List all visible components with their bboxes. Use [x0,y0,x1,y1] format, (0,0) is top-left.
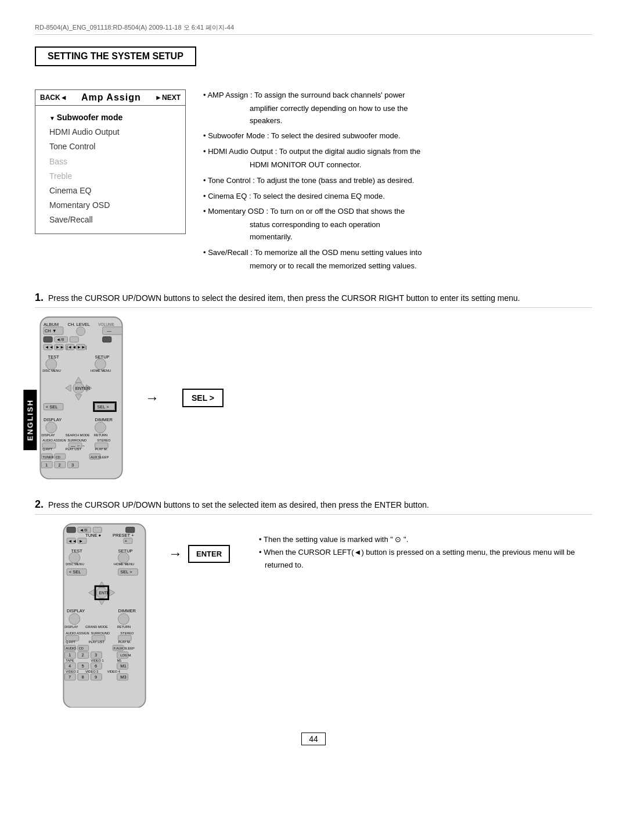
step2-note1: Then the setting value is marked with " … [259,533,592,546]
svg-point-24 [46,359,57,370]
svg-text:DISPLAY: DISPLAY [44,417,62,422]
svg-text:TUNE ●: TUNE ● [85,533,101,538]
desc-momentary-note2: momentarily. [203,231,592,243]
back-button[interactable]: BACK◄ [40,94,67,102]
step1-arrow: → [145,390,159,406]
menu-item-bass[interactable]: Bass [49,155,176,169]
svg-point-42 [95,422,106,433]
menu-box: BACK◄ Amp Assign ►NEXT Subwoofer mode HD… [35,89,186,234]
svg-text:PLAY M.: PLAY M. [118,640,131,644]
page-footer: 44 [35,733,592,745]
step2-text: Press the CURSOR UP/DOWN buttons to set … [48,500,429,509]
svg-text:AUX SLEEP: AUX SLEEP [91,455,109,459]
menu-item-hdmi[interactable]: HDMI Audio Output [49,125,176,139]
svg-text:< SEL: < SEL [46,404,58,410]
svg-text:8: 8 [81,674,84,680]
desc-momentary: Momentary OSD : To turn on or off the OS… [203,206,592,218]
desc-amp-note2: speakers. [203,115,592,127]
svg-point-25 [95,359,106,370]
desc-momentary-note1: status corresponding to each operation [203,219,592,231]
svg-text:M1: M1 [120,663,126,669]
menu-item-subwoofer[interactable]: Subwoofer mode [49,110,176,125]
svg-text:M1: M1 [117,659,122,662]
svg-text:2: 2 [81,652,84,658]
enter-button: ENTER [188,545,230,563]
svg-text:VIDEO 3: VIDEO 3 [85,669,98,673]
svg-text:6: 6 [95,663,97,669]
svg-text:SURROUND: SURROUND [67,439,87,443]
svg-rect-12 [70,337,78,342]
desc-hdmi: HDMI Audio Output : To output the digita… [203,146,592,158]
svg-text:1: 1 [45,462,48,468]
svg-text:DISPLAY: DISPLAY [64,624,78,628]
menu-items: Subwoofer mode HDMI Audio Output Tone Co… [35,106,185,234]
svg-text:RETURN: RETURN [117,624,131,628]
svg-text:LOG M.: LOG M. [120,654,132,657]
svg-text:|◄◄: |◄◄ [67,345,77,350]
svg-text:9: 9 [95,674,97,680]
svg-text:◄◄: ◄◄ [68,538,77,543]
remote-svg-step1: ALBUM CH. LEVEL VOLUME CH ▼ — ◄/II ◄◄ [35,315,128,479]
section-title: SETTING THE SYSTEM SETUP [48,51,183,61]
svg-rect-7 [103,327,122,335]
svg-point-6 [77,327,85,336]
svg-point-85 [118,552,129,563]
step2-header: 2. Press the CURSOR UP/DOWN buttons to s… [35,498,592,515]
svg-text:—: — [107,328,111,333]
svg-text:PRESET +: PRESET + [113,533,134,538]
svg-text:AUDIO ASSIGN: AUDIO ASSIGN [66,631,89,635]
svg-rect-69 [67,527,75,532]
svg-text:+: + [125,538,128,543]
svg-rect-73 [126,527,135,532]
svg-text:DIMMER: DIMMER [95,417,113,422]
svg-text:GRAND MODE: GRAND MODE [85,624,108,628]
step2-note2: When the CURSOR LEFT(◄) button is presse… [259,546,592,572]
menu-item-cinema-eq[interactable]: Cinema EQ [49,184,176,198]
svg-text:◄/II: ◄/II [56,338,64,343]
desc-amp-assign: AMP Assign : To assign the surround back… [203,89,592,102]
step1-header: 1. Press the CURSOR UP/DOWN buttons to s… [35,292,592,308]
next-button[interactable]: ►NEXT [155,94,181,102]
svg-text:HOME MENU: HOME MENU [114,562,134,566]
header-bar: RD-8504(A)_ENG_091118:RD-8504(A) 2009-11… [35,23,592,35]
svg-text:3: 3 [71,462,74,468]
menu-item-save-recall[interactable]: Save/Recall [49,213,176,227]
step1-text: Press the CURSOR UP/DOWN buttons to sele… [48,293,520,303]
step2-content: ◄/II TUNE ● PRESET + ◄◄ ► + TEST SETUP D… [35,522,592,709]
svg-text:VIDEO 2: VIDEO 2 [66,669,78,673]
svg-text:SURROUND: SURROUND [91,631,110,635]
svg-text:PLAY LIST: PLAY LIST [66,448,82,451]
svg-text:◄◄: ◄◄ [45,345,53,350]
svg-text:VIDEO 1: VIDEO 1 [91,659,103,662]
svg-text:DIMMER: DIMMER [118,608,136,613]
svg-text:PLAY LIST: PLAY LIST [89,640,105,644]
svg-text:2: 2 [58,462,60,468]
svg-text:ENTER: ENTER [75,386,91,391]
menu-item-tone[interactable]: Tone Control [49,139,176,154]
svg-text:3: 3 [95,652,97,658]
menu-item-momentary-osd[interactable]: Momentary OSD [49,198,176,213]
svg-point-101 [69,613,80,624]
svg-text:4: 4 [69,663,71,669]
menu-item-treble[interactable]: Treble [49,169,176,184]
svg-text:◄/II: ◄/II [80,527,88,533]
svg-text:PLAY M.: PLAY M. [95,448,108,451]
svg-point-41 [46,422,57,433]
svg-rect-13 [103,337,111,342]
menu-header: BACK◄ Amp Assign ►NEXT [35,90,185,106]
desc-save-note: memory or to recall the memorized settin… [203,260,592,272]
svg-text:CD: CD [79,647,84,650]
svg-text:DISC MENU: DISC MENU [66,562,84,566]
svg-text:►: ► [79,538,83,543]
svg-point-84 [69,552,80,563]
step1-number: 1. [35,292,44,303]
svg-text:ALBUM: ALBUM [44,322,59,327]
remote-step1: ALBUM CH. LEVEL VOLUME CH ▼ — ◄/II ◄◄ [35,315,128,480]
step2-arrow: → [168,545,182,562]
svg-text:RETURN: RETURN [94,433,107,437]
step2-notes: Then the setting value is marked with " … [259,533,592,572]
menu-desc-row: BACK◄ Amp Assign ►NEXT Subwoofer mode HD… [35,89,592,274]
svg-text:AUDIO ASSIGN: AUDIO ASSIGN [42,439,66,443]
svg-text:HOME MENU: HOME MENU [91,369,111,372]
desc-cinema: Cinema EQ : To select the desired cinema… [203,191,592,203]
